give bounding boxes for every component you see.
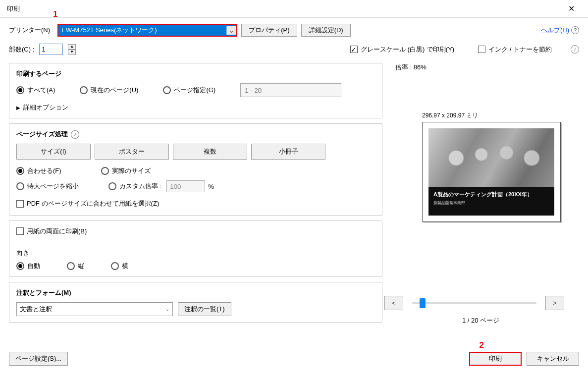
copies-input[interactable] [39, 44, 63, 55]
radio-icon [16, 262, 24, 270]
fit-radio[interactable]: 合わせる(F) [16, 166, 61, 175]
checkbox-icon [16, 227, 24, 235]
orient-auto-label: 自動 [27, 262, 40, 271]
page-setup-button[interactable]: ページ設定(S)... [9, 352, 68, 366]
orient-label: 向き : [16, 249, 375, 258]
footer-row: ページ設定(S)... 2 印刷 キャンセル [9, 340, 579, 377]
cancel-button[interactable]: キャンセル [527, 352, 579, 366]
actual-radio[interactable]: 実際のサイズ [101, 166, 151, 175]
preview-thumbnail: A製品のマーケティング計画（20XX年） 新製品開発事業部 [422, 122, 561, 222]
range-all-radio[interactable]: すべて(A) [16, 86, 55, 95]
checkbox-icon [350, 46, 358, 53]
detail-options-label: 詳細オプション [23, 103, 68, 112]
next-page-button[interactable]: > [545, 296, 564, 310]
actual-label: 実際のサイズ [112, 166, 151, 175]
range-input[interactable] [240, 83, 341, 97]
slider-thumb[interactable] [420, 298, 426, 308]
custom-scale-input[interactable] [166, 180, 205, 192]
duplex-label: 用紙の両面に印刷(B) [27, 227, 87, 236]
grayscale-label: グレースケール (白黒) で印刷(Y) [361, 45, 454, 54]
paper-match-checkbox[interactable]: PDF のページサイズに合わせて用紙を選択(Z) [16, 199, 159, 208]
help-link[interactable]: ヘルプ(H) ? [541, 26, 579, 35]
orient-portrait-radio[interactable]: 縦 [67, 262, 84, 271]
printer-row: プリンター(N) : EW-M752T Series(ネットワーク) ⌄ プロパ… [9, 24, 579, 37]
comments-title: 注釈とフォーム(M) [16, 288, 375, 297]
callout-2: 2 [480, 340, 484, 350]
page-indicator: 1 / 20 ページ [382, 316, 579, 325]
comments-select[interactable]: 文書と注釈 ⌄ [16, 302, 173, 316]
orient-portrait-label: 縦 [78, 262, 84, 271]
print-button[interactable]: 印刷 [469, 352, 522, 366]
chevron-down-icon: ⌄ [165, 306, 169, 312]
properties-button[interactable]: プロパティ(P) [241, 24, 297, 37]
comments-list-button[interactable]: 注釈の一覧(T) [178, 302, 231, 316]
preview-nav: < > [384, 296, 564, 310]
copies-row: 部数(C) : ▲ ▼ グレースケール (白黒) で印刷(Y) インク / トナ… [9, 44, 579, 55]
help-icon: ? [571, 26, 579, 34]
printer-label: プリンター(N) : [9, 26, 53, 35]
radio-icon [111, 262, 119, 270]
close-icon[interactable]: ✕ [561, 1, 581, 16]
duplex-checkbox[interactable]: 用紙の両面に印刷(B) [16, 227, 87, 236]
orient-auto-radio[interactable]: 自動 [16, 262, 40, 271]
savetoner-label: インク / トナーを節約 [488, 45, 552, 54]
radio-icon [67, 262, 75, 270]
preview-doc-sub: 新製品開発事業部 [433, 200, 549, 206]
printer-value: EW-M752T Series(ネットワーク) [61, 26, 157, 35]
shrink-radio[interactable]: 特大ページを縮小 [16, 182, 79, 191]
comments-value: 文書と注釈 [20, 305, 52, 314]
detail-options-toggle[interactable]: ▶ 詳細オプション [16, 103, 375, 112]
radio-icon [16, 182, 24, 190]
percent-label: % [208, 183, 214, 190]
preview-pane: 倍率 : 86% 296.97 x 209.97 ミリ A製品のマーケティング計… [382, 63, 579, 328]
orient-landscape-label: 横 [122, 262, 128, 271]
tab-booklet[interactable]: 小冊子 [251, 144, 325, 160]
grayscale-checkbox[interactable]: グレースケール (白黒) で印刷(Y) [350, 45, 454, 54]
custom-label: カスタム倍率 : [119, 182, 161, 191]
copies-stepper[interactable]: ▲ ▼ [68, 44, 76, 55]
range-pages-radio[interactable]: ページ指定(G) [163, 86, 215, 95]
page-size-title: ページサイズ処理 i [16, 130, 375, 139]
page-size-panel: ページサイズ処理 i サイズ(I) ポスター 複数 小冊子 合わせる(F) [9, 123, 382, 216]
title-bar: 印刷 ✕ [0, 0, 588, 18]
preview-dimensions: 296.97 x 209.97 ミリ [422, 111, 579, 120]
savetoner-checkbox[interactable]: インク / トナーを節約 [478, 45, 552, 54]
page-slider[interactable] [412, 302, 536, 304]
info-icon[interactable]: i [571, 45, 579, 54]
radio-icon [163, 86, 171, 94]
fit-label: 合わせる(F) [27, 166, 61, 175]
stepper-up-icon[interactable]: ▲ [68, 44, 76, 50]
copies-label: 部数(C) : [9, 45, 34, 54]
range-current-radio[interactable]: 現在のページ(U) [80, 86, 138, 95]
checkbox-icon [16, 200, 24, 208]
radio-icon [80, 86, 88, 94]
info-icon[interactable]: i [71, 130, 79, 139]
checkbox-icon [478, 46, 485, 53]
orientation-panel: 用紙の両面に印刷(B) 向き : 自動 縦 横 [9, 220, 382, 277]
orient-landscape-radio[interactable]: 横 [111, 262, 128, 271]
content-area: 1 プリンター(N) : EW-M752T Series(ネットワーク) ⌄ プ… [0, 18, 588, 377]
tab-poster[interactable]: ポスター [95, 144, 169, 160]
print-range-panel: 印刷するページ すべて(A) 現在のページ(U) ページ指定(G) [9, 63, 382, 118]
stepper-down-icon[interactable]: ▼ [68, 50, 76, 55]
tab-multi[interactable]: 複数 [173, 144, 247, 160]
chevron-down-icon: ⌄ [226, 26, 236, 35]
preview-caption: A製品のマーケティング計画（20XX年） 新製品開発事業部 [428, 187, 554, 216]
printer-select[interactable]: EW-M752T Series(ネットワーク) ⌄ [57, 24, 237, 37]
paper-match-label: PDF のページサイズに合わせて用紙を選択(Z) [27, 199, 159, 208]
custom-radio[interactable]: カスタム倍率 : % [108, 180, 214, 192]
radio-icon [108, 182, 116, 190]
callout-1: 1 [53, 9, 57, 19]
comments-panel: 注釈とフォーム(M) 文書と注釈 ⌄ 注釈の一覧(T) [9, 282, 382, 323]
range-current-label: 現在のページ(U) [91, 86, 138, 95]
preview-ratio: 倍率 : 86% [395, 63, 579, 72]
radio-icon [101, 167, 109, 175]
range-pages-label: ページ指定(G) [174, 86, 215, 95]
radio-icon [16, 167, 24, 175]
advanced-button[interactable]: 詳細設定(D) [301, 24, 351, 37]
tab-size[interactable]: サイズ(I) [16, 144, 91, 160]
prev-page-button[interactable]: < [384, 296, 403, 310]
range-all-label: すべて(A) [27, 86, 55, 95]
triangle-right-icon: ▶ [16, 105, 20, 110]
dialog-title: 印刷 [7, 4, 20, 13]
